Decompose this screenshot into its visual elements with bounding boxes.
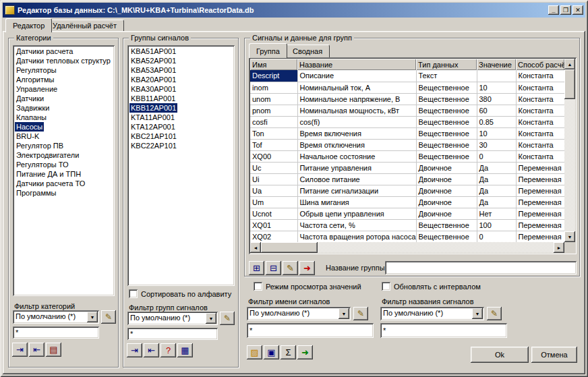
table-cell[interactable]: Вещественное <box>416 105 477 116</box>
table-row[interactable]: XQ01Частота сети, %Вещественное100Переме… <box>250 219 564 231</box>
table-cell[interactable]: Номинальное напряжение, В <box>297 93 416 105</box>
table-cell[interactable]: Вещественное <box>416 150 477 162</box>
list-item[interactable]: KTA12AP001 <box>129 122 233 132</box>
table-row[interactable]: unomНоминальное напряжение, ВВещественно… <box>250 93 564 105</box>
ok-button[interactable]: Ok <box>471 347 529 363</box>
horizontal-scrollbar[interactable]: ◄ ► <box>250 242 564 253</box>
list-item[interactable]: KBA51AP001 <box>129 47 233 56</box>
add-category-button[interactable]: ⇥ <box>12 343 28 357</box>
list-item[interactable]: KBB12AP001 <box>129 103 177 113</box>
column-header[interactable]: Название <box>297 59 416 70</box>
sum-button[interactable]: Σ <box>281 345 296 359</box>
tab-editor[interactable]: Редактор <box>5 18 52 32</box>
tab-remote[interactable]: Удалённый расчёт <box>45 20 124 31</box>
remove-group-button[interactable]: ⇤ <box>144 343 159 357</box>
table-cell[interactable]: Переменная <box>516 173 564 185</box>
scroll-down-button[interactable]: ▼ <box>564 231 575 242</box>
signal-name-filter-edit-button[interactable]: ✎ <box>353 307 368 320</box>
update-interval-checkbox[interactable] <box>382 282 390 291</box>
category-database-button[interactable]: ▤ <box>46 343 61 357</box>
column-header[interactable]: Тип данных <box>416 59 477 70</box>
table-cell[interactable]: Двоичное <box>416 196 477 208</box>
list-item[interactable]: Задвижки <box>15 103 113 113</box>
table-cell[interactable]: Um <box>250 196 297 208</box>
category-filter-combo[interactable]: По умолчанию (*) ▼ <box>13 310 99 324</box>
list-item[interactable]: Программы <box>15 188 113 198</box>
list-item[interactable]: Клапаны <box>15 113 113 122</box>
list-item[interactable]: Регулятор ПВ <box>15 141 113 150</box>
list-item[interactable]: KTA11AP001 <box>129 113 233 122</box>
table-cell[interactable]: Вещественное <box>416 82 477 93</box>
table-row[interactable]: UiСиловое питаниеДвоичноеДаПеременная <box>250 173 564 185</box>
group-help-button[interactable]: ? <box>160 343 176 357</box>
table-cell[interactable]: Вещественное <box>416 219 477 231</box>
list-item[interactable]: Управление <box>15 84 113 94</box>
table-row[interactable]: XQ00Начальное состояниеВещественное0Конс… <box>250 150 564 162</box>
table-cell[interactable]: Descript <box>250 70 297 82</box>
table-cell[interactable]: 0 <box>477 231 516 242</box>
table-cell[interactable]: Переменная <box>516 231 564 242</box>
table-cell[interactable]: Константа <box>516 93 564 105</box>
group-filter-input[interactable] <box>127 328 218 340</box>
table-cell[interactable]: 0 <box>477 150 516 162</box>
vertical-scrollbar[interactable]: ▲ ▼ <box>564 59 575 242</box>
table-cell[interactable]: pnom <box>250 105 297 116</box>
table-cell[interactable]: Номинальный ток, А <box>297 82 416 93</box>
tab-group[interactable]: Группа <box>249 43 287 58</box>
table-cell[interactable]: Да <box>477 162 516 173</box>
vertical-scroll-thumb[interactable] <box>564 69 575 99</box>
table-cell[interactable]: cosfi <box>250 116 297 127</box>
signal-groups-list[interactable]: KBA51AP001KBA52AP001KBA53AP001KBA20AP001… <box>127 45 235 286</box>
table-cell[interactable]: Шина мигания <box>297 196 416 208</box>
chevron-down-icon[interactable]: ▼ <box>87 312 98 322</box>
table-row[interactable]: inomНоминальный ток, АВещественное10Конс… <box>250 82 564 93</box>
table-cell[interactable]: Обрыв цепи управления <box>297 208 416 219</box>
table-cell[interactable]: 380 <box>477 93 516 105</box>
list-item[interactable]: KBA53AP001 <box>129 65 233 75</box>
open-file-button[interactable]: ▨ <box>247 345 262 359</box>
table-row[interactable]: TonВремя включенияВещественное10Констант… <box>250 127 564 139</box>
list-item[interactable]: Регуляторы <box>15 65 113 75</box>
scroll-right-button[interactable]: ► <box>554 242 564 253</box>
table-cell[interactable]: XQ02 <box>250 231 297 242</box>
table-row[interactable]: pnomНоминальная мощность, кВтВещественно… <box>250 105 564 116</box>
table-cell[interactable]: Вещественное <box>416 231 477 242</box>
horizontal-scroll-thumb[interactable] <box>261 242 318 253</box>
table-cell[interactable]: Да <box>477 185 516 196</box>
table-row[interactable]: UmШина миганияДвоичноеДаПеременная <box>250 196 564 208</box>
table-cell[interactable]: Да <box>477 196 516 208</box>
scroll-left-button[interactable]: ◄ <box>250 242 261 253</box>
table-cell[interactable]: Двоичное <box>416 185 477 196</box>
table-cell[interactable]: 60 <box>477 105 516 116</box>
table-cell[interactable]: Частота сети, % <box>297 219 416 231</box>
list-item[interactable]: Питание ДА и ТПН <box>15 169 113 179</box>
edit-signal-button[interactable]: ✎ <box>283 261 298 275</box>
signal-title-filter-combo[interactable]: По умолчанию (*) ▼ <box>380 307 484 320</box>
list-item[interactable]: Датчики расчета <box>15 47 113 56</box>
add-group-button[interactable]: ⇥ <box>127 343 142 357</box>
list-item[interactable]: KBA52AP001 <box>129 56 233 65</box>
export-signal-button[interactable]: ➜ <box>299 261 315 275</box>
save-file-button[interactable]: ▣ <box>264 345 279 359</box>
table-cell[interactable]: Ton <box>250 127 297 139</box>
table-cell[interactable]: Переменная <box>516 219 564 231</box>
table-cell[interactable]: unom <box>250 93 297 105</box>
list-item[interactable]: KBA30AP001 <box>129 84 233 94</box>
list-item[interactable]: Насосы <box>15 122 44 132</box>
table-cell[interactable]: Двоичное <box>416 208 477 219</box>
table-cell[interactable]: Uc <box>250 162 297 173</box>
table-cell[interactable]: Константа <box>516 116 564 127</box>
table-cell[interactable]: 100 <box>477 219 516 231</box>
table-cell[interactable]: Переменная <box>516 196 564 208</box>
minimize-button[interactable]: _ <box>548 5 559 15</box>
group-name-input[interactable] <box>385 261 577 274</box>
table-cell[interactable]: 10 <box>477 127 516 139</box>
list-item[interactable]: KBB11AP001 <box>129 94 233 103</box>
add-signal-button[interactable]: ⊞ <box>249 261 264 275</box>
list-item[interactable]: Датчики расчета ТО <box>15 179 113 188</box>
table-cell[interactable]: Константа <box>516 127 564 139</box>
table-cell[interactable]: Ucnot <box>250 208 297 219</box>
table-cell[interactable]: Время включения <box>297 127 416 139</box>
table-cell[interactable]: Двоичное <box>416 173 477 185</box>
table-cell[interactable]: Текст <box>416 70 477 82</box>
